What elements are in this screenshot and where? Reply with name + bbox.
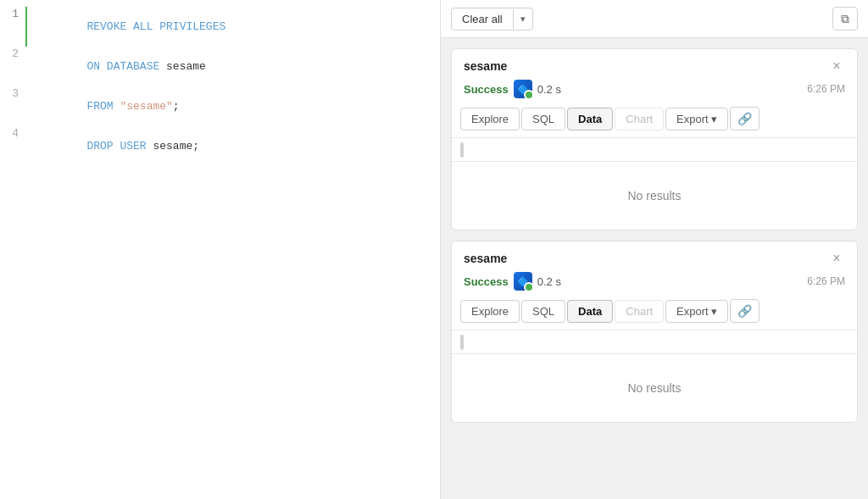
result-2-tab-export[interactable]: Export ▾ [665, 300, 728, 323]
result-2-status: Success 🔷 0.2 s [464, 272, 561, 291]
result-1-status-icon: 🔷 [514, 80, 532, 98]
result-2-col-header [452, 330, 857, 354]
result-2-status-icon: 🔷 [514, 272, 532, 291]
keyword: REVOKE ALL PRIVILEGES [86, 20, 225, 33]
line-number-2: 2 [0, 47, 27, 86]
result-2-meta: Success 🔷 0.2 s 6:26 PM [452, 272, 857, 299]
split-view-icon: ⧉ [841, 12, 849, 26]
line-content-4[interactable]: DROP USER sesame; [27, 126, 440, 166]
keyword: FROM [86, 100, 120, 113]
result-1-tab-chart: Chart [615, 108, 664, 130]
result-card-1-header: sesame × [452, 49, 857, 80]
result-2-duration: 0.2 s [537, 275, 561, 288]
code-line-4: 4 DROP USER sesame; [0, 126, 440, 166]
result-2-close-button[interactable]: × [828, 250, 845, 267]
result-1-duration: 0.2 s [537, 83, 561, 96]
results-scroll[interactable]: sesame × Success 🔷 0.2 s 6:26 PM Explore… [441, 38, 868, 499]
db-icon-2: 🔷 [517, 276, 529, 287]
db-icon: 🔷 [517, 84, 529, 95]
result-1-col-header [452, 138, 857, 162]
identifier: sesame; [153, 140, 199, 152]
keyword: ON DATABASE [86, 60, 166, 73]
result-1-tab-export[interactable]: Export ▾ [665, 108, 728, 130]
result-1-no-results: No results [452, 162, 857, 230]
result-1-close-button[interactable]: × [828, 58, 845, 75]
editor-panel: 1 REVOKE ALL PRIVILEGES 2 ON DATABASE se… [0, 0, 441, 499]
result-card-1: sesame × Success 🔷 0.2 s 6:26 PM Explore… [451, 48, 858, 230]
result-1-tab-link[interactable]: 🔗 [730, 107, 760, 130]
result-1-meta: Success 🔷 0.2 s 6:26 PM [452, 80, 857, 107]
keyword: DROP USER [86, 140, 153, 152]
result-1-tabs: Explore SQL Data Chart Export ▾ 🔗 [452, 107, 857, 137]
split-view-button[interactable]: ⧉ [832, 7, 858, 30]
result-1-tab-data[interactable]: Data [567, 108, 613, 130]
result-2-title: sesame [464, 252, 507, 265]
result-1-title: sesame [464, 59, 507, 73]
result-2-tab-link[interactable]: 🔗 [730, 299, 760, 323]
line-content-3[interactable]: FROM "sesame"; [27, 86, 440, 126]
results-panel: Clear all ▾ ⧉ sesame × Success 🔷 0.2 s [441, 0, 868, 499]
line-number-3: 3 [0, 86, 27, 126]
code-line-3: 3 FROM "sesame"; [0, 86, 440, 126]
punctuation: ; [173, 100, 180, 113]
result-card-2-header: sesame × [452, 241, 857, 272]
result-1-tab-explore[interactable]: Explore [460, 108, 520, 130]
col-resize-handle-2[interactable] [460, 335, 464, 350]
identifier: sesame [166, 60, 206, 73]
col-resize-handle[interactable] [460, 142, 464, 158]
result-2-tab-data[interactable]: Data [567, 300, 613, 323]
code-line-1: 1 REVOKE ALL PRIVILEGES [0, 7, 440, 47]
result-1-status-text: Success [464, 83, 509, 96]
result-1-tab-sql[interactable]: SQL [521, 108, 565, 130]
result-2-timestamp: 6:26 PM [807, 275, 845, 287]
line-number-1: 1 [0, 7, 27, 47]
result-card-2: sesame × Success 🔷 0.2 s 6:26 PM Explore… [451, 241, 858, 423]
result-2-data-area: No results [452, 330, 857, 422]
line-content-2[interactable]: ON DATABASE sesame [27, 47, 440, 86]
result-2-tab-sql[interactable]: SQL [521, 300, 565, 323]
code-line-2: 2 ON DATABASE sesame [0, 47, 440, 86]
result-2-tab-explore[interactable]: Explore [460, 300, 520, 323]
code-editor[interactable]: 1 REVOKE ALL PRIVILEGES 2 ON DATABASE se… [0, 0, 440, 173]
result-2-no-results: No results [452, 354, 857, 422]
result-1-timestamp: 6:26 PM [807, 83, 845, 95]
result-2-tabs: Explore SQL Data Chart Export ▾ 🔗 [452, 299, 857, 330]
line-content-1[interactable]: REVOKE ALL PRIVILEGES [27, 7, 440, 47]
results-toolbar: Clear all ▾ ⧉ [441, 0, 868, 38]
clear-all-label: Clear all [452, 8, 513, 30]
string: "sesame" [120, 100, 172, 113]
chevron-down-icon: ▾ [513, 9, 532, 29]
result-1-status: Success 🔷 0.2 s [464, 80, 561, 98]
clear-all-button[interactable]: Clear all ▾ [451, 8, 533, 30]
result-1-data-area: No results [452, 137, 857, 230]
result-2-status-text: Success [464, 275, 509, 288]
line-number-4: 4 [0, 126, 27, 166]
result-2-tab-chart: Chart [615, 300, 664, 323]
